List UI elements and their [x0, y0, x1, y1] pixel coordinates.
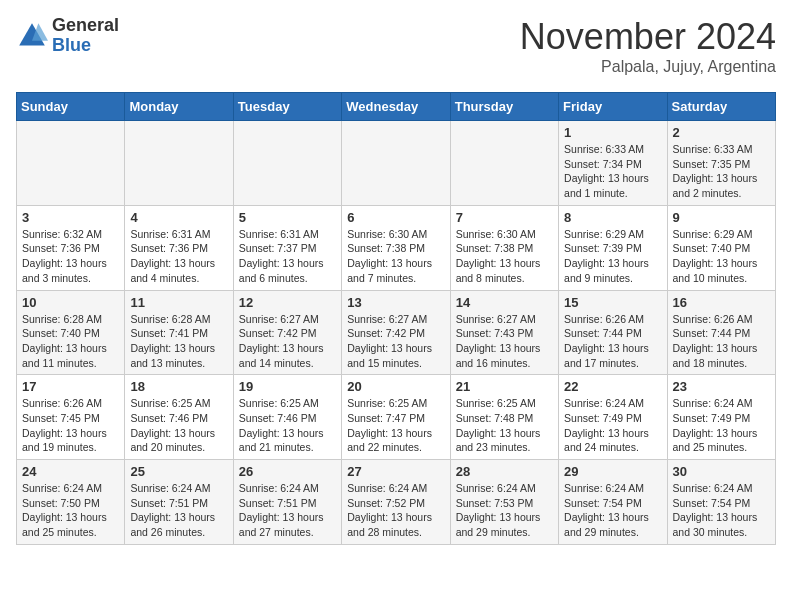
day-number: 12: [239, 295, 336, 310]
calendar-day-cell: 13Sunrise: 6:27 AM Sunset: 7:42 PM Dayli…: [342, 290, 450, 375]
day-detail: Sunrise: 6:25 AM Sunset: 7:46 PM Dayligh…: [239, 396, 336, 455]
calendar-weekday-monday: Monday: [125, 93, 233, 121]
calendar-day-cell: 22Sunrise: 6:24 AM Sunset: 7:49 PM Dayli…: [559, 375, 667, 460]
day-detail: Sunrise: 6:31 AM Sunset: 7:36 PM Dayligh…: [130, 227, 227, 286]
calendar-day-cell: [125, 121, 233, 206]
calendar-table: SundayMondayTuesdayWednesdayThursdayFrid…: [16, 92, 776, 545]
day-number: 9: [673, 210, 770, 225]
day-detail: Sunrise: 6:24 AM Sunset: 7:51 PM Dayligh…: [130, 481, 227, 540]
calendar-day-cell: 24Sunrise: 6:24 AM Sunset: 7:50 PM Dayli…: [17, 460, 125, 545]
calendar-day-cell: 6Sunrise: 6:30 AM Sunset: 7:38 PM Daylig…: [342, 205, 450, 290]
day-number: 11: [130, 295, 227, 310]
day-number: 8: [564, 210, 661, 225]
day-detail: Sunrise: 6:27 AM Sunset: 7:42 PM Dayligh…: [239, 312, 336, 371]
calendar-week-row: 1Sunrise: 6:33 AM Sunset: 7:34 PM Daylig…: [17, 121, 776, 206]
day-number: 28: [456, 464, 553, 479]
day-number: 25: [130, 464, 227, 479]
day-detail: Sunrise: 6:30 AM Sunset: 7:38 PM Dayligh…: [347, 227, 444, 286]
day-detail: Sunrise: 6:24 AM Sunset: 7:49 PM Dayligh…: [673, 396, 770, 455]
calendar-day-cell: 11Sunrise: 6:28 AM Sunset: 7:41 PM Dayli…: [125, 290, 233, 375]
calendar-weekday-tuesday: Tuesday: [233, 93, 341, 121]
calendar-day-cell: 7Sunrise: 6:30 AM Sunset: 7:38 PM Daylig…: [450, 205, 558, 290]
calendar-day-cell: 25Sunrise: 6:24 AM Sunset: 7:51 PM Dayli…: [125, 460, 233, 545]
calendar-day-cell: 23Sunrise: 6:24 AM Sunset: 7:49 PM Dayli…: [667, 375, 775, 460]
title-block: November 2024 Palpala, Jujuy, Argentina: [520, 16, 776, 76]
day-detail: Sunrise: 6:24 AM Sunset: 7:51 PM Dayligh…: [239, 481, 336, 540]
calendar-week-row: 17Sunrise: 6:26 AM Sunset: 7:45 PM Dayli…: [17, 375, 776, 460]
day-number: 23: [673, 379, 770, 394]
calendar-day-cell: 28Sunrise: 6:24 AM Sunset: 7:53 PM Dayli…: [450, 460, 558, 545]
day-number: 18: [130, 379, 227, 394]
day-detail: Sunrise: 6:31 AM Sunset: 7:37 PM Dayligh…: [239, 227, 336, 286]
day-number: 2: [673, 125, 770, 140]
location-text: Palpala, Jujuy, Argentina: [520, 58, 776, 76]
day-detail: Sunrise: 6:28 AM Sunset: 7:40 PM Dayligh…: [22, 312, 119, 371]
calendar-header-row: SundayMondayTuesdayWednesdayThursdayFrid…: [17, 93, 776, 121]
calendar-day-cell: 26Sunrise: 6:24 AM Sunset: 7:51 PM Dayli…: [233, 460, 341, 545]
calendar-day-cell: 29Sunrise: 6:24 AM Sunset: 7:54 PM Dayli…: [559, 460, 667, 545]
day-detail: Sunrise: 6:33 AM Sunset: 7:35 PM Dayligh…: [673, 142, 770, 201]
day-detail: Sunrise: 6:28 AM Sunset: 7:41 PM Dayligh…: [130, 312, 227, 371]
calendar-day-cell: 30Sunrise: 6:24 AM Sunset: 7:54 PM Dayli…: [667, 460, 775, 545]
day-number: 17: [22, 379, 119, 394]
day-detail: Sunrise: 6:24 AM Sunset: 7:54 PM Dayligh…: [673, 481, 770, 540]
calendar-day-cell: 2Sunrise: 6:33 AM Sunset: 7:35 PM Daylig…: [667, 121, 775, 206]
day-detail: Sunrise: 6:29 AM Sunset: 7:39 PM Dayligh…: [564, 227, 661, 286]
calendar-day-cell: 17Sunrise: 6:26 AM Sunset: 7:45 PM Dayli…: [17, 375, 125, 460]
day-detail: Sunrise: 6:24 AM Sunset: 7:53 PM Dayligh…: [456, 481, 553, 540]
day-number: 29: [564, 464, 661, 479]
calendar-weekday-friday: Friday: [559, 93, 667, 121]
day-number: 22: [564, 379, 661, 394]
logo-icon: [16, 20, 48, 52]
page-header: General Blue November 2024 Palpala, Juju…: [16, 16, 776, 76]
calendar-day-cell: 10Sunrise: 6:28 AM Sunset: 7:40 PM Dayli…: [17, 290, 125, 375]
calendar-day-cell: 1Sunrise: 6:33 AM Sunset: 7:34 PM Daylig…: [559, 121, 667, 206]
calendar-day-cell: 19Sunrise: 6:25 AM Sunset: 7:46 PM Dayli…: [233, 375, 341, 460]
day-number: 15: [564, 295, 661, 310]
calendar-day-cell: 8Sunrise: 6:29 AM Sunset: 7:39 PM Daylig…: [559, 205, 667, 290]
day-number: 5: [239, 210, 336, 225]
calendar-day-cell: 16Sunrise: 6:26 AM Sunset: 7:44 PM Dayli…: [667, 290, 775, 375]
day-detail: Sunrise: 6:27 AM Sunset: 7:42 PM Dayligh…: [347, 312, 444, 371]
day-number: 4: [130, 210, 227, 225]
day-detail: Sunrise: 6:30 AM Sunset: 7:38 PM Dayligh…: [456, 227, 553, 286]
calendar-day-cell: [342, 121, 450, 206]
calendar-day-cell: 5Sunrise: 6:31 AM Sunset: 7:37 PM Daylig…: [233, 205, 341, 290]
day-number: 24: [22, 464, 119, 479]
calendar-day-cell: 27Sunrise: 6:24 AM Sunset: 7:52 PM Dayli…: [342, 460, 450, 545]
day-detail: Sunrise: 6:32 AM Sunset: 7:36 PM Dayligh…: [22, 227, 119, 286]
day-detail: Sunrise: 6:24 AM Sunset: 7:52 PM Dayligh…: [347, 481, 444, 540]
day-number: 10: [22, 295, 119, 310]
calendar-day-cell: [17, 121, 125, 206]
day-number: 7: [456, 210, 553, 225]
day-detail: Sunrise: 6:26 AM Sunset: 7:45 PM Dayligh…: [22, 396, 119, 455]
calendar-day-cell: 21Sunrise: 6:25 AM Sunset: 7:48 PM Dayli…: [450, 375, 558, 460]
day-detail: Sunrise: 6:24 AM Sunset: 7:49 PM Dayligh…: [564, 396, 661, 455]
calendar-weekday-wednesday: Wednesday: [342, 93, 450, 121]
day-detail: Sunrise: 6:25 AM Sunset: 7:48 PM Dayligh…: [456, 396, 553, 455]
calendar-day-cell: 14Sunrise: 6:27 AM Sunset: 7:43 PM Dayli…: [450, 290, 558, 375]
logo: General Blue: [16, 16, 119, 56]
month-title: November 2024: [520, 16, 776, 58]
day-number: 3: [22, 210, 119, 225]
calendar-day-cell: 12Sunrise: 6:27 AM Sunset: 7:42 PM Dayli…: [233, 290, 341, 375]
calendar-day-cell: 20Sunrise: 6:25 AM Sunset: 7:47 PM Dayli…: [342, 375, 450, 460]
day-number: 20: [347, 379, 444, 394]
day-number: 21: [456, 379, 553, 394]
day-detail: Sunrise: 6:27 AM Sunset: 7:43 PM Dayligh…: [456, 312, 553, 371]
calendar-week-row: 3Sunrise: 6:32 AM Sunset: 7:36 PM Daylig…: [17, 205, 776, 290]
calendar-day-cell: 3Sunrise: 6:32 AM Sunset: 7:36 PM Daylig…: [17, 205, 125, 290]
calendar-day-cell: [450, 121, 558, 206]
day-detail: Sunrise: 6:24 AM Sunset: 7:54 PM Dayligh…: [564, 481, 661, 540]
day-detail: Sunrise: 6:29 AM Sunset: 7:40 PM Dayligh…: [673, 227, 770, 286]
logo-general-text: General: [52, 16, 119, 36]
calendar-day-cell: 4Sunrise: 6:31 AM Sunset: 7:36 PM Daylig…: [125, 205, 233, 290]
day-number: 26: [239, 464, 336, 479]
day-number: 19: [239, 379, 336, 394]
day-number: 30: [673, 464, 770, 479]
calendar-weekday-thursday: Thursday: [450, 93, 558, 121]
calendar-day-cell: [233, 121, 341, 206]
day-number: 13: [347, 295, 444, 310]
day-number: 1: [564, 125, 661, 140]
day-detail: Sunrise: 6:26 AM Sunset: 7:44 PM Dayligh…: [673, 312, 770, 371]
